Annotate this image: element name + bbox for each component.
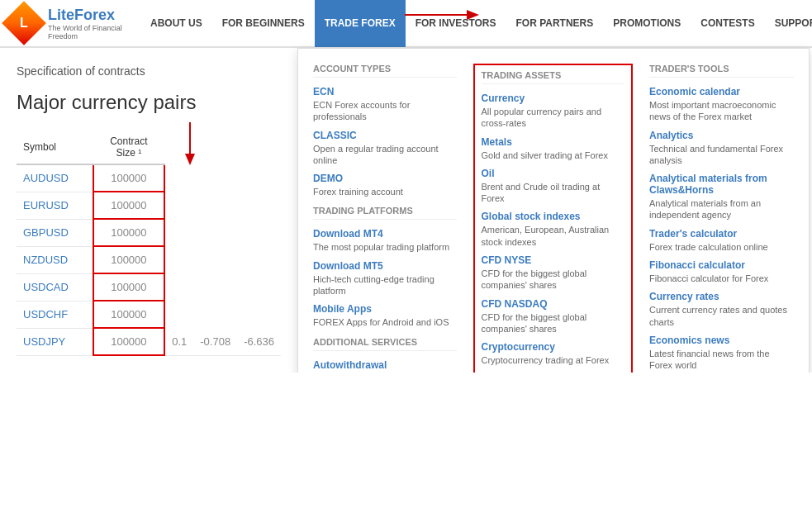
- mega-menu: ACCOUNT TYPES ECN ECN Forex accounts for…: [297, 48, 810, 373]
- cfd-nasdaq-link[interactable]: CFD NASDAQ: [482, 298, 625, 310]
- crypto-desc: Cryptocurrency trading at Forex: [482, 354, 625, 366]
- mt4-desc: The most popular trading platform: [313, 241, 457, 253]
- oil-link[interactable]: Oil: [482, 168, 625, 179]
- currency-rates-link[interactable]: Currency rates: [649, 291, 794, 302]
- demo-link[interactable]: DEMO: [313, 173, 457, 184]
- contract-cell: 100000: [93, 301, 165, 328]
- nav-item-promotions[interactable]: PROMOTIONS: [603, 0, 691, 47]
- logo[interactable]: LiteForex The World of Financial Freedom: [8, 7, 140, 40]
- ecn-link[interactable]: ECN: [313, 86, 457, 97]
- logo-sub: The World of Financial Freedom: [48, 24, 140, 40]
- nav-item-for-partners[interactable]: FOR PARTNERS: [506, 0, 604, 47]
- eco-calendar-desc: Most important macroeconomic news of the…: [649, 99, 794, 123]
- metals-desc: Gold and silver trading at Forex: [482, 150, 625, 161]
- table-row: USDJPY1000000.1-0.708-6.636: [17, 328, 281, 355]
- nav-item-trade-forex[interactable]: TRADE FOREX: [315, 0, 406, 47]
- contract-cell: 100000: [93, 328, 165, 355]
- top-navigation: LiteForex The World of Financial Freedom…: [0, 0, 812, 48]
- contract-cell: 100000: [93, 273, 165, 301]
- extra-cell-2: -0.708: [193, 328, 237, 355]
- col-contract: Contract Size ¹: [93, 131, 165, 164]
- crypto-link[interactable]: Cryptocurrency: [482, 341, 625, 353]
- contract-cell: 100000: [93, 164, 165, 192]
- logo-text: LiteForex The World of Financial Freedom: [48, 7, 140, 40]
- nav-item-contests[interactable]: CONTESTS: [691, 0, 764, 47]
- symbol-cell[interactable]: AUDUSD: [17, 164, 93, 192]
- menu-col-trading-assets: TRADING ASSETS Currency All popular curr…: [473, 64, 634, 373]
- classic-link[interactable]: CLASSIC: [313, 130, 457, 141]
- logo-diamond-icon: [2, 1, 46, 45]
- table-row: AUDUSD100000: [17, 164, 281, 192]
- analytics-desc: Technical and fundamental Forex analysis: [649, 143, 794, 167]
- svg-marker-3: [185, 154, 195, 165]
- eco-calendar-link[interactable]: Economic calendar: [649, 86, 794, 97]
- symbol-cell[interactable]: USDCHF: [17, 301, 93, 328]
- table-row: EURUSD100000: [17, 192, 281, 219]
- table-row: GBPUSD100000: [17, 219, 281, 246]
- cfd-nasdaq-desc: CFD for the biggest global companies' sh…: [482, 311, 625, 335]
- metals-link[interactable]: Metals: [482, 136, 625, 148]
- mobile-link[interactable]: Mobile Apps: [313, 303, 457, 315]
- global-desc: American, European, Australian stock ind…: [482, 224, 625, 248]
- analytical-desc: Analytical materials from an independent…: [649, 197, 794, 221]
- contracts-table: Symbol Contract Size ¹ AUDUSD100000EURUS…: [17, 131, 281, 356]
- nav-item-about-us[interactable]: ABOUT US: [140, 0, 212, 47]
- table-row: USDCHF100000: [17, 301, 281, 328]
- symbol-cell[interactable]: GBPUSD: [17, 219, 93, 246]
- main-content: Specification of contracts Major currenc…: [0, 48, 297, 373]
- currency-rates-desc: Current currency rates and quotes charts: [649, 304, 794, 328]
- contract-cell: 100000: [93, 246, 165, 273]
- currency-desc: All popular currency pairs and cross-rat…: [482, 106, 625, 130]
- extra-cell-3: -6.636: [237, 328, 281, 355]
- mt5-link[interactable]: Download MT5: [313, 260, 457, 272]
- table-row: USDCAD100000: [17, 273, 281, 301]
- trader-calc-desc: Forex trade calculation online: [649, 241, 794, 253]
- ecn-desc: ECN Forex accounts for professionals: [313, 99, 457, 123]
- nav-item-for-investors[interactable]: FOR INVESTORS: [406, 0, 506, 47]
- symbol-cell[interactable]: EURUSD: [17, 192, 93, 219]
- fib-link[interactable]: Fibonacci calculator: [649, 259, 794, 271]
- eco-news-link[interactable]: Economics news: [649, 335, 794, 346]
- autowithdrawal-link[interactable]: Autowithdrawal: [313, 359, 457, 371]
- mt5-desc: Hich-tech cutting-edge trading platform: [313, 273, 457, 297]
- currency-link[interactable]: Currency: [482, 93, 625, 104]
- nav-items: ABOUT USFOR BEGINNERSTRADE FOREXFOR INVE…: [140, 0, 812, 47]
- account-types-title: ACCOUNT TYPES: [313, 64, 457, 78]
- platforms-title: TRADING PLATFORMS: [313, 206, 457, 220]
- classic-desc: Open a regular trading account online: [313, 143, 457, 167]
- oil-desc: Brent and Crude oil trading at Forex: [482, 181, 625, 205]
- menu-col-traders: TRADER'S TOOLS Economic calendar Most im…: [649, 64, 794, 373]
- nav-item-support[interactable]: SUPPORT: [765, 0, 812, 47]
- contract-cell: 100000: [93, 219, 165, 246]
- logo-name: LiteForex: [48, 7, 140, 24]
- nav-item-for-beginners[interactable]: FOR BEGINNERS: [212, 0, 315, 47]
- mt4-link[interactable]: Download MT4: [313, 228, 457, 240]
- extra-cell-1: 0.1: [164, 328, 193, 355]
- symbol-cell[interactable]: USDJPY: [17, 328, 93, 355]
- demo-desc: Forex training account: [313, 186, 457, 197]
- table-row: NZDUSD100000: [17, 246, 281, 273]
- analytical-link[interactable]: Analytical materials from Claws&Horns: [649, 173, 794, 196]
- cfd-nyse-link[interactable]: CFD NYSE: [482, 254, 625, 266]
- analytics-link[interactable]: Analytics: [649, 130, 794, 141]
- cfd-nyse-desc: CFD for the biggest global companies' sh…: [482, 268, 625, 292]
- mobile-desc: FOREX Apps for Android and iOS: [313, 316, 457, 328]
- fib-desc: Fibonacci calculator for Forex: [649, 273, 794, 284]
- symbol-cell[interactable]: USDCAD: [17, 273, 93, 301]
- global-indexes-link[interactable]: Global stock indexes: [482, 211, 625, 222]
- menu-col-account: ACCOUNT TYPES ECN ECN Forex accounts for…: [313, 64, 457, 373]
- additional-title: ADDITIONAL SERVICES: [313, 337, 457, 351]
- page-title: Major currency pairs: [17, 91, 281, 114]
- page-subtitle: Specification of contracts: [17, 64, 281, 78]
- down-arrow-annotation: [182, 122, 231, 168]
- symbol-cell[interactable]: NZDUSD: [17, 246, 93, 273]
- trading-assets-title: TRADING ASSETS: [482, 70, 625, 84]
- contract-cell: 100000: [93, 192, 165, 219]
- trader-calc-link[interactable]: Trader's calculator: [649, 228, 794, 240]
- eco-news-desc: Latest financial news from the Forex wor…: [649, 348, 794, 372]
- col-symbol: Symbol: [17, 131, 93, 164]
- traders-tools-title: TRADER'S TOOLS: [649, 64, 794, 78]
